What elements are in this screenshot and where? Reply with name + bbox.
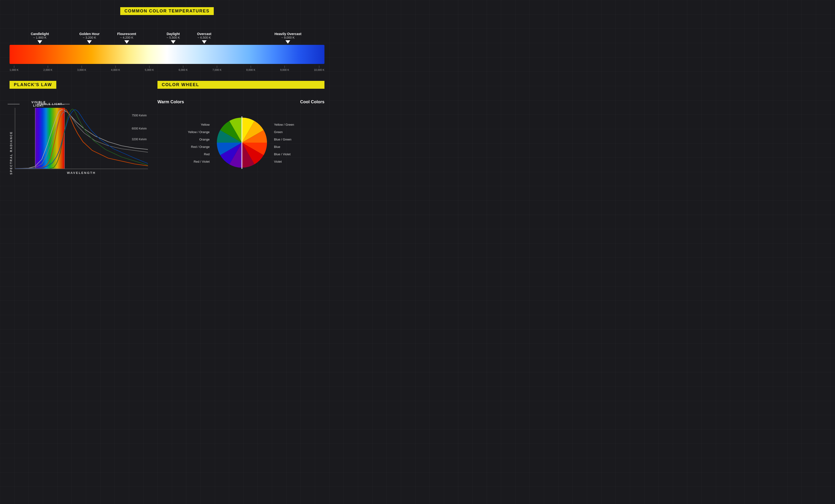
plancks-title: PLANCK'S LAW [9,81,56,89]
warm-header: Warm Colors [158,100,184,104]
page: COMMON COLOR TEMPERATURES Candlelight ~ … [0,0,334,182]
temp-labels-container: Candlelight ~ 1,900 K Golden Hour ~ 3,20… [12,27,322,44]
temp-label-golden-hour: Golden Hour ~ 3,200 K [79,32,100,44]
cool-label-blue: Blue [274,143,280,150]
color-bar-wrapper [9,45,324,64]
bottom-section: PLANCK'S LAW SPECTRAL RADIANCE VISIBLE L… [9,81,324,174]
arrow-candlelight [38,40,42,44]
color-wheel-title: COLOR WHEEL [158,81,324,89]
x-axis-label: WAVELENGTH [15,171,148,174]
arrow-overcast [202,40,207,44]
warm-label-yellow: Yellow [201,121,210,128]
arrow-flourescent [124,40,129,44]
temp-label-overcast: Overcast ~ 6,500 K [197,32,211,44]
cool-header: Cool Colors [300,100,324,104]
color-wheel-content: Yellow Yellow / Orange Orange Red / Oran… [158,112,324,174]
warm-labels: Yellow Yellow / Orange Orange Red / Oran… [188,121,209,165]
warm-label-yellow-orange: Yellow / Orange [188,128,209,136]
tick-9000k: 9,000 K [280,65,289,71]
plancks-section: PLANCK'S LAW SPECTRAL RADIANCE VISIBLE L… [9,81,148,174]
chart-inner: VISIBLE LIGHT VISIBLE LIGHT [15,101,148,174]
curve-label-6000: 6000 Kelvin [132,127,147,130]
color-temperature-bar [9,45,324,64]
warm-label-red-orange: Red / Orange [191,143,210,150]
tick-3000k: 3,000 K [77,65,86,71]
arrow-heavily-overcast [286,40,290,44]
curve-label-7500: 7500 Kelvin [132,114,147,117]
tick-7000k: 7,000 K [212,65,222,71]
arrow-daylight [171,40,176,44]
cool-label-yellow-green: Yellow / Green [274,121,294,128]
chart-area: VISIBLE LIGHT [15,108,148,169]
chart-container: SPECTRAL RADIANCE VISIBLE LIGHT VISIBLE … [9,101,148,174]
tick-1000k: 1,000 K [9,65,19,71]
curve-label-3200: 3200 Kelvin [132,138,147,141]
tick-6000k: 6,000 K [179,65,188,71]
visible-light-label: VISIBLE LIGHT [29,101,48,107]
cool-label-blue-green: Blue / Green [274,136,291,143]
y-axis-label: SPECTRAL RADIANCE [9,101,13,174]
tick-5000k: 5,000 K [145,65,154,71]
warm-label-red: Red [204,150,210,158]
cool-labels: Yellow / Green Green Blue / Green Blue B… [274,121,294,165]
color-wheel-section: COLOR WHEEL Warm Colors Cool Colors Yell… [158,81,324,174]
tick-2000k: 2,000 K [43,65,53,71]
color-wheel-svg [215,115,269,170]
temp-label-flourescent: Flourescent ~ 4,200 K [117,32,136,44]
tick-row: 1,000 K 2,000 K 3,000 K 4,000 K 5,000 K … [9,64,324,71]
tick-8000k: 8,000 K [246,65,255,71]
tick-10000k: 10,000 K [314,65,324,71]
cool-label-green: Green [274,128,283,136]
arrow-golden-hour [87,40,92,44]
warm-label-red-violet: Red / Violet [194,158,210,165]
cool-label-violet: Violet [274,158,282,165]
top-section-title: COMMON COLOR TEMPERATURES [120,7,214,15]
temp-label-candlelight: Candlelight ~ 1,900 K [31,32,49,44]
temp-label-heavily-overcast: Heavily Overcast ~ 9,000 K [274,32,302,44]
top-section: COMMON COLOR TEMPERATURES Candlelight ~ … [9,7,324,71]
tick-4000k: 4,000 K [111,65,120,71]
planck-curves-svg [15,108,148,169]
temp-label-daylight: Daylight ~ 5,500 K [166,32,180,44]
cool-label-blue-violet: Blue / Violet [274,150,290,158]
warm-label-orange: Orange [199,136,209,143]
color-wheel-wrapper [215,115,269,171]
